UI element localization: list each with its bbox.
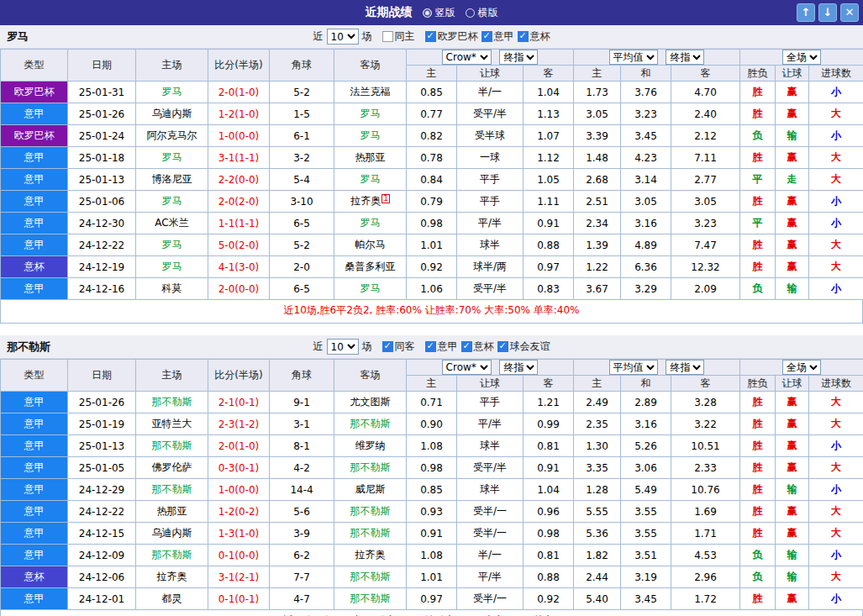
home-team: 罗马 (136, 82, 208, 103)
league-checkbox[interactable] (518, 31, 529, 42)
match-date: 24-12-30 (68, 213, 136, 234)
away-team: 拉齐奥 (355, 549, 386, 561)
filter-bar: 近 10 场 同客 意甲 意杯 球会友谊 (313, 339, 550, 355)
euro-odds-time-select[interactable]: 终指 (666, 360, 704, 375)
asian-home-odds: 1.08 (407, 435, 457, 457)
matches-table: 类型 日期 主场 比分(半场) 角球 客场 Crow* 终指 平均值 终指 全场 (0, 359, 863, 610)
league-checkbox[interactable] (481, 31, 492, 42)
result-goals: 大 (809, 256, 863, 278)
result-goals: 大 (809, 566, 863, 588)
home-team: 亚特兰大 (136, 413, 208, 435)
close-button[interactable]: ✕ (840, 3, 859, 22)
result-goals: 小 (809, 435, 863, 457)
match-type-badge: 意杯 (1, 566, 68, 588)
asian-odds-time-select[interactable]: 终指 (499, 50, 538, 65)
result-handicap: 赢 (776, 413, 809, 435)
same-away-checkbox[interactable] (382, 341, 393, 352)
radio-option-horizontal[interactable]: 横版 (466, 6, 498, 20)
match-row: 意甲 25-01-13 那不勒斯 2-0(1-0) 8-1 维罗纳 1.08 球… (1, 435, 863, 457)
match-count-select[interactable]: 10 (327, 29, 359, 45)
matches-table-header: 类型 日期 主场 比分(半场) 角球 客场 Crow* 终指 平均值 终指 全场 (1, 50, 863, 82)
match-score: 0-1(0-1) (208, 588, 270, 610)
asian-odds-time-select[interactable]: 终指 (499, 360, 538, 375)
away-team: 那不勒斯 (350, 527, 391, 539)
result-goals: 大 (809, 523, 863, 545)
euro-odds-source-select[interactable]: 平均值 (609, 360, 658, 375)
radio-option-vertical[interactable]: 竖版 (423, 6, 455, 20)
away-team: 尤文图斯 (350, 396, 391, 408)
same-home-checkbox[interactable] (382, 31, 393, 42)
away-team-cell: 那不勒斯 (334, 457, 407, 479)
asian-home-odds: 0.79 (407, 191, 457, 213)
euro-home-odds: 1.73 (574, 82, 621, 103)
league-checkbox[interactable] (497, 341, 508, 352)
col-euro-home: 主 (574, 66, 621, 82)
euro-odds-source-select[interactable]: 平均值 (609, 50, 658, 65)
asian-handicap: 平/半 (457, 566, 524, 588)
result-handicap: 赢 (776, 82, 809, 103)
euro-away-odds: 3.28 (671, 392, 740, 413)
match-count-select[interactable]: 10 (327, 339, 359, 355)
col-date: 日期 (68, 360, 136, 392)
match-type-badge: 意甲 (1, 147, 68, 169)
match-row: 意甲 25-01-26 乌迪内斯 1-2(1-0) 1-5 罗马 0.77 受平… (1, 103, 863, 125)
asian-home-odds: 0.71 (407, 392, 457, 413)
full-scope-select[interactable]: 全场 (782, 360, 821, 375)
result-win-draw-loss: 平 (740, 213, 776, 234)
match-score: 2-1(0-1) (208, 392, 270, 413)
match-date: 25-01-18 (68, 147, 136, 169)
match-row: 意杯 24-12-19 罗马 4-1(3-0) 2-0 桑普多利亚 0.92 球… (1, 256, 863, 278)
asian-handicap: 受平/半 (457, 103, 524, 125)
asian-home-odds: 0.85 (407, 82, 457, 103)
filter-near-label: 近 (313, 340, 324, 354)
euro-draw-odds: 6.36 (621, 256, 671, 278)
away-team: 罗马 (360, 173, 381, 185)
result-win-draw-loss: 负 (740, 125, 776, 147)
league-checkbox[interactable] (425, 31, 436, 42)
euro-odds-time-select[interactable]: 终指 (666, 50, 704, 65)
full-scope-select[interactable]: 全场 (782, 50, 821, 65)
match-row: 意甲 25-01-13 博洛尼亚 2-2(0-0) 5-4 罗马 0.84 平手… (1, 169, 863, 191)
asian-odds-source-select[interactable]: Crow* (442, 360, 492, 375)
home-team: 热那亚 (136, 501, 208, 523)
match-date: 24-12-01 (68, 588, 136, 610)
away-team: 那不勒斯 (350, 571, 391, 582)
euro-draw-odds: 3.05 (621, 191, 671, 213)
asian-handicap: 平/半 (457, 213, 524, 234)
result-handicap: 赢 (776, 501, 809, 523)
league-label: 欧罗巴杯 (438, 29, 478, 44)
corner-count: 5-6 (270, 501, 334, 523)
corner-count: 3-2 (270, 147, 334, 169)
up-button[interactable]: ↑ (797, 3, 815, 22)
match-score: 1-0(0-0) (208, 125, 270, 147)
down-button[interactable]: ↓ (818, 3, 837, 22)
match-date: 25-01-26 (68, 103, 136, 125)
euro-draw-odds: 3.29 (621, 278, 671, 300)
away-team-cell: 拉齐奥 (334, 545, 407, 566)
match-row: 意甲 24-12-01 都灵 0-1(0-1) 4-7 那不勒斯 0.97 受半… (1, 588, 863, 610)
radio-icon-vertical[interactable] (423, 8, 432, 18)
radio-icon-horizontal[interactable] (466, 8, 475, 18)
home-team: 那不勒斯 (136, 392, 208, 413)
league-checkbox[interactable] (461, 341, 472, 352)
match-date: 25-01-19 (68, 413, 136, 435)
away-team-cell: 拉齐奥1 (334, 191, 407, 213)
result-handicap: 赢 (776, 588, 809, 610)
league-checkbox[interactable] (425, 341, 436, 352)
match-date: 25-01-24 (68, 125, 136, 147)
team-section-header: 那不勒斯 近 10 场 同客 意甲 意杯 球会友谊 (0, 335, 863, 359)
euro-home-odds: 3.39 (574, 125, 621, 147)
away-team: 罗马 (360, 217, 381, 229)
euro-draw-odds: 3.45 (621, 125, 671, 147)
match-date: 24-12-06 (68, 566, 136, 588)
league-filter: 意杯 (518, 29, 550, 44)
result-win-draw-loss: 负 (740, 278, 776, 300)
away-team: 罗马 (360, 129, 381, 141)
away-team: 那不勒斯 (350, 592, 391, 604)
asian-odds-source-select[interactable]: Crow* (442, 50, 492, 65)
asian-away-odds: 0.98 (524, 523, 574, 545)
euro-home-odds: 1.22 (574, 256, 621, 278)
home-team: 那不勒斯 (136, 479, 208, 501)
result-goals: 小 (809, 278, 863, 300)
away-team: 那不勒斯 (350, 461, 391, 473)
